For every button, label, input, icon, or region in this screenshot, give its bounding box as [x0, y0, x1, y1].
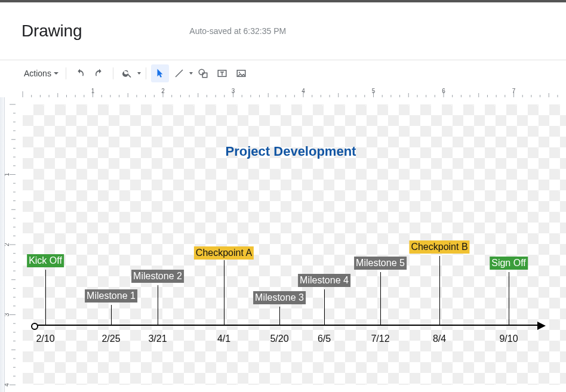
- svg-text:2: 2: [5, 243, 10, 246]
- caret-down-icon: [137, 72, 141, 75]
- svg-point-4: [239, 72, 240, 73]
- redo-icon: [94, 68, 104, 79]
- dialog-header: Drawing Auto-saved at 6:32:35 PM: [0, 2, 566, 60]
- svg-text:3: 3: [232, 88, 235, 94]
- actions-menu-button[interactable]: Actions: [20, 65, 61, 82]
- actions-label: Actions: [24, 69, 51, 78]
- ruler-vertical: 1234: [5, 97, 16, 392]
- timeline-tick[interactable]: [224, 260, 224, 325]
- cursor-icon: [155, 68, 165, 79]
- timeline-event-label[interactable]: Milestone 3: [253, 291, 306, 304]
- svg-rect-1: [202, 73, 207, 78]
- timeline-event-label[interactable]: Milestone 2: [131, 270, 184, 283]
- zoom-icon-wrap: [118, 64, 136, 82]
- line-tool-button[interactable]: [170, 64, 193, 82]
- toolbar-separator: [113, 67, 113, 79]
- timeline-tick[interactable]: [380, 272, 381, 325]
- timeline-tick[interactable]: [324, 289, 325, 325]
- image-icon: [236, 68, 247, 79]
- svg-text:7: 7: [512, 88, 516, 94]
- toolbar: Actions: [0, 60, 566, 87]
- caret-down-icon: [189, 72, 193, 75]
- timeline-tick[interactable]: [158, 285, 158, 325]
- timeline-date-label[interactable]: 4/1: [217, 334, 230, 344]
- timeline-tick[interactable]: [279, 307, 280, 325]
- redo-button[interactable]: [90, 64, 108, 82]
- sheet-edge: [0, 97, 5, 392]
- undo-button[interactable]: [71, 64, 89, 82]
- toolbar-separator: [146, 67, 146, 79]
- textbox-tool-button[interactable]: [213, 64, 231, 82]
- image-tool-button[interactable]: [232, 64, 250, 82]
- svg-text:5: 5: [372, 88, 376, 94]
- dialog-title: Drawing: [21, 21, 82, 41]
- caret-down-icon: [54, 72, 59, 75]
- svg-point-0: [199, 69, 204, 75]
- textbox-icon: [217, 68, 227, 79]
- window-top-shadow: [0, 0, 566, 2]
- timeline-event-label[interactable]: Kick Off: [27, 254, 64, 267]
- timeline-tick[interactable]: [111, 305, 112, 325]
- timeline-date-label[interactable]: 3/21: [148, 334, 167, 344]
- ruler-horizontal: 1234567: [16, 87, 566, 97]
- svg-text:6: 6: [442, 88, 445, 94]
- timeline-event-label[interactable]: Checkpoint B: [409, 240, 469, 254]
- shape-tool-button[interactable]: [194, 64, 212, 82]
- timeline-axis[interactable]: [33, 325, 540, 326]
- timeline-date-label[interactable]: 9/10: [499, 334, 518, 344]
- toolbar-separator: [66, 67, 66, 79]
- line-icon: [174, 68, 184, 79]
- svg-text:1: 1: [5, 172, 10, 176]
- drawing-title[interactable]: Project Development: [16, 144, 566, 159]
- timeline-date-label[interactable]: 2/10: [36, 334, 54, 344]
- svg-text:3: 3: [5, 313, 10, 316]
- timeline-event-label[interactable]: Milestone 4: [298, 274, 350, 287]
- shape-icon: [197, 68, 209, 79]
- timeline-date-label[interactable]: 8/4: [433, 334, 446, 344]
- timeline-event-label[interactable]: Checkpoint A: [194, 246, 254, 260]
- svg-text:2: 2: [161, 88, 165, 94]
- timeline-date-label[interactable]: 7/12: [371, 334, 389, 344]
- line-icon-wrap: [170, 64, 188, 82]
- timeline-date-label[interactable]: 6/5: [318, 334, 331, 344]
- timeline-date-label[interactable]: 5/20: [270, 334, 288, 344]
- autosave-status: Auto-saved at 6:32:35 PM: [189, 26, 286, 36]
- timeline-event-label[interactable]: Sign Off: [490, 257, 528, 270]
- timeline-tick[interactable]: [45, 270, 46, 325]
- timeline-event-label[interactable]: Milestone 5: [354, 257, 407, 270]
- timeline-tick[interactable]: [509, 272, 509, 325]
- svg-text:4: 4: [5, 383, 10, 387]
- zoom-button[interactable]: [118, 64, 141, 82]
- timeline-event-label[interactable]: Milestone 1: [85, 289, 137, 303]
- svg-text:4: 4: [302, 88, 305, 94]
- select-tool-button[interactable]: [151, 64, 169, 82]
- timeline-date-label[interactable]: 2/25: [101, 334, 120, 344]
- undo-icon: [75, 68, 85, 79]
- zoom-icon: [122, 68, 133, 79]
- drawing-canvas[interactable]: Project Development 2/102/253/214/15/206…: [16, 97, 566, 392]
- timeline-tick[interactable]: [439, 256, 440, 325]
- svg-text:1: 1: [91, 88, 95, 94]
